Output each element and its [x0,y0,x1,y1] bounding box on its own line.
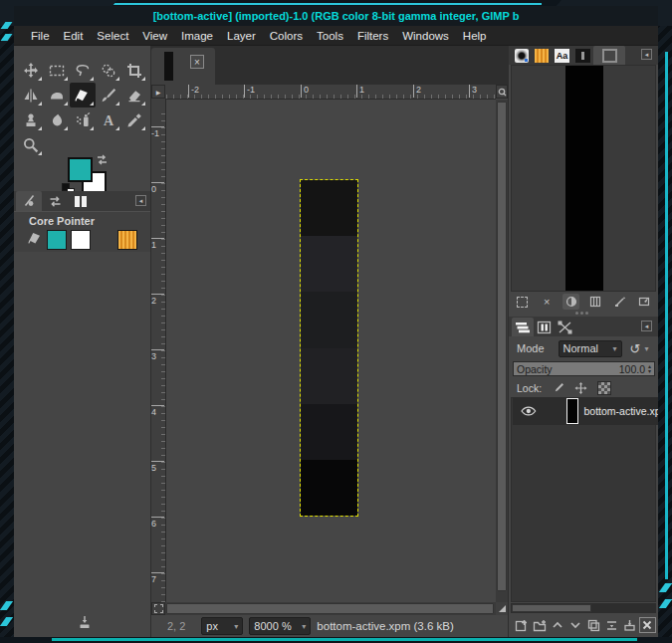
zoom-dropdown[interactable]: 8000 % ▾ [249,617,311,635]
tool-fuzzy-select[interactable] [96,58,121,83]
tool-smudge[interactable] [44,107,70,132]
tool-heal[interactable] [44,83,70,107]
lock-alpha-icon[interactable] [597,381,611,395]
dock1-menu-button[interactable]: ◂ [641,49,652,60]
tab-channels[interactable] [534,318,555,336]
menu-view[interactable]: View [135,28,174,44]
merge-down-button[interactable] [603,617,620,633]
delete-layer-button[interactable] [639,617,656,633]
tab-brushes[interactable] [512,46,532,65]
link-view-icon[interactable] [611,294,628,310]
layers-scrollbar[interactable] [511,603,656,613]
device-gradient-swatch[interactable] [117,230,137,250]
new-layer-button[interactable] [513,617,530,633]
titlebar[interactable]: [bottom-active] (imported)-1.0 (RGB colo… [14,6,658,26]
device-tool-icon[interactable] [28,231,43,246]
mode-reset-icon[interactable]: ↺ [630,341,641,356]
selection-bounds-icon[interactable] [514,294,531,310]
image-tab[interactable]: × [151,48,215,85]
v-ruler-label: 3 [151,349,164,361]
foreground-color-swatch[interactable] [68,157,93,182]
raise-views-icon[interactable] [587,294,604,310]
menu-file[interactable]: File [24,28,57,44]
lower-layer-button[interactable] [566,617,583,633]
ruler-corner-button[interactable]: ▶ [151,85,165,99]
tab-images[interactable] [593,46,625,65]
lock-pixels-icon[interactable] [552,382,564,395]
menu-layer[interactable]: Layer [220,28,263,44]
tool-bucket-fill[interactable] [70,83,96,107]
device-fg-swatch[interactable] [47,230,67,250]
opacity-slider[interactable]: Opacity 100.0 ▴ ▾ [513,361,655,376]
vertical-scrollbar-thumb[interactable] [497,102,507,591]
anchor-layer-button[interactable] [621,617,638,633]
spin-down-icon[interactable]: ▾ [648,369,651,374]
opacity-spinner[interactable]: ▴ ▾ [648,364,651,374]
tab-layers[interactable] [512,318,534,336]
layer-visible-eye-icon[interactable] [521,405,537,417]
tool-free-select[interactable] [70,58,96,83]
tool-text[interactable]: A [96,107,121,132]
menu-select[interactable]: Select [90,28,135,44]
raise-layer-button[interactable] [549,617,565,633]
mode-dropdown[interactable]: Normal ▾ [559,340,622,357]
horizontal-scrollbar[interactable] [165,602,496,615]
horizontal-scrollbar-thumb[interactable] [166,603,494,614]
menu-colors[interactable]: Colors [263,28,310,44]
device-bg-swatch[interactable] [71,230,91,250]
tab-paths[interactable] [555,318,575,336]
tab-patterns[interactable] [572,46,593,65]
image-list-thumbnail[interactable] [565,66,603,291]
tab-gradients[interactable] [532,46,552,65]
dock2-menu-button[interactable]: ◂ [641,321,652,331]
menu-windows[interactable]: Windows [395,28,456,44]
layer-list[interactable] [511,397,656,602]
navigation-button[interactable] [496,602,508,615]
vertical-ruler[interactable]: -1 0 1 2 3 4 5 6 7 [151,99,166,602]
tool-clone[interactable] [18,107,44,132]
tool-zoom[interactable] [18,132,44,157]
tab-tool-options[interactable] [42,191,68,211]
save-device-status-button[interactable] [78,615,92,629]
horizontal-ruler[interactable]: -2 -1 0 1 2 3 [165,85,496,100]
menu-image[interactable]: Image [174,28,220,44]
tab-fonts[interactable]: Aa [552,46,572,65]
tool-eraser[interactable] [121,83,147,107]
menu-filters[interactable]: Filters [350,28,395,44]
quick-mask-button[interactable] [151,602,165,615]
v-ruler-label: 1 [151,238,164,250]
menu-tools[interactable]: Tools [310,28,350,44]
tab-pointer[interactable] [68,191,94,211]
menu-help[interactable]: Help [456,28,494,44]
new-view-icon[interactable] [562,294,579,310]
canvas-image[interactable] [301,180,357,516]
layer-thumbnail[interactable] [566,398,579,424]
mode-reset-chevron-icon[interactable]: ▾ [644,344,648,353]
unit-dropdown[interactable]: px ▾ [201,617,243,635]
tool-flip[interactable] [18,83,44,107]
lock-position-icon[interactable] [574,382,587,395]
tool-crop[interactable] [121,58,147,83]
image-tab-icon[interactable]: × [190,55,204,69]
close-image-icon[interactable]: × [539,294,556,310]
tool-move[interactable] [18,58,44,83]
duplicate-layer-button[interactable] [585,617,602,633]
tab-device-status[interactable] [16,191,42,211]
vertical-scrollbar[interactable] [496,100,508,602]
tool-color-picker[interactable] [121,107,147,132]
edit-image-icon[interactable] [636,294,653,310]
canvas-viewport[interactable] [166,100,496,602]
layer-row[interactable]: bottom-active.xpm [513,397,658,425]
tool-airbrush[interactable] [70,107,96,132]
zoom-follow-window-button[interactable] [496,85,508,99]
tool-rectangle-select[interactable] [44,58,70,83]
layers-scrollbar-thumb[interactable] [512,604,591,612]
tool-paintbrush[interactable] [96,83,121,107]
toolbox-dock-menu-button[interactable]: ◂ [135,195,146,206]
dock-grip[interactable] [575,312,593,316]
swap-colors-icon[interactable] [96,153,109,166]
new-layer-group-button[interactable] [531,617,548,633]
menu-edit[interactable]: Edit [57,28,91,44]
dock1-content[interactable] [511,65,656,292]
layer-name[interactable]: bottom-active.xpm [583,405,658,417]
